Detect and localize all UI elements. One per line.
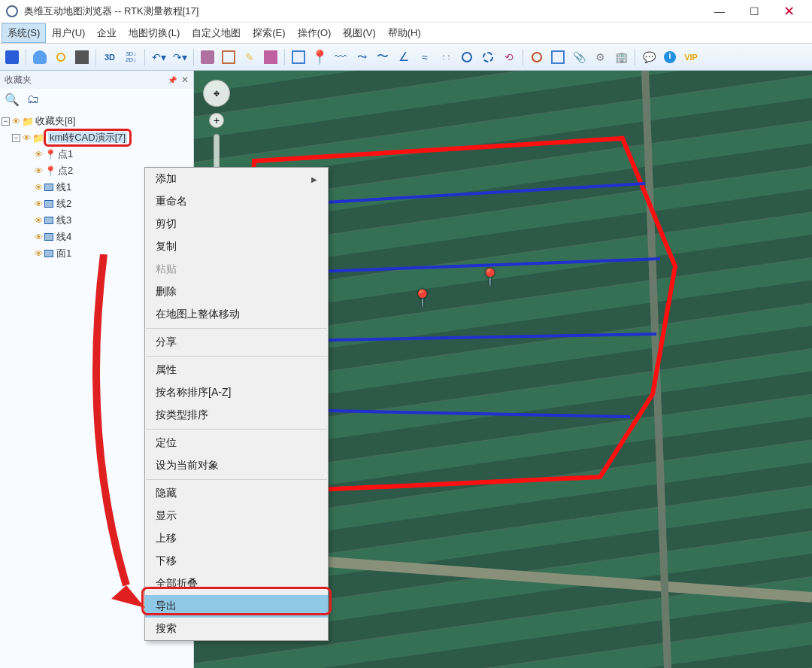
cm-paste: 粘贴 xyxy=(145,258,328,281)
save-icon[interactable] xyxy=(5,50,20,65)
cm-show[interactable]: 显示 xyxy=(145,505,328,527)
context-menu: 添加▶ 重命名 剪切 复制 粘贴 删除 在地图上整体移动 分享 属性 按名称排序… xyxy=(144,167,329,641)
path-icon[interactable]: ⤳ xyxy=(354,50,369,65)
tree-root[interactable]: −👁📁 收藏夹[8] xyxy=(2,113,192,129)
compass-icon[interactable]: ✥ xyxy=(203,80,230,107)
app-icon xyxy=(6,5,18,17)
cm-search[interactable]: 搜索 xyxy=(145,618,328,640)
cm-cut[interactable]: 剪切 xyxy=(145,213,328,235)
cm-add[interactable]: 添加▶ xyxy=(145,168,328,190)
menu-enterprise[interactable]: 企业 xyxy=(91,23,123,43)
sidebar-search-icon[interactable]: 🔍 xyxy=(5,92,20,107)
3d-button[interactable]: 3D xyxy=(102,50,117,65)
menu-operate[interactable]: 操作(O) xyxy=(292,23,338,43)
sidebar-cascade-icon[interactable]: 🗂 xyxy=(26,92,41,107)
qr-icon[interactable] xyxy=(74,50,89,65)
sidebar-pin-icon[interactable]: 📌 xyxy=(168,76,177,84)
picture-icon[interactable] xyxy=(291,50,306,65)
cm-properties[interactable]: 属性 xyxy=(145,359,328,381)
cm-copy[interactable]: 复制 xyxy=(145,235,328,258)
polyline-icon[interactable]: 〰 xyxy=(333,50,348,65)
sidebar-title: 收藏夹 xyxy=(5,74,32,87)
image-icon[interactable] xyxy=(550,50,565,65)
delete-icon[interactable] xyxy=(200,50,215,65)
sidebar-header: 收藏夹 📌 ✕ xyxy=(0,71,193,89)
cm-move-down[interactable]: 下移 xyxy=(145,550,328,572)
menu-bar: 系统(S) 用户(U) 企业 地图切换(L) 自定义地图 探索(E) 操作(O)… xyxy=(0,23,812,44)
cm-move-up[interactable]: 上移 xyxy=(145,527,328,550)
cm-sort-type[interactable]: 按类型排序 xyxy=(145,404,328,427)
pin-icon[interactable]: 📍 xyxy=(312,50,327,65)
angle-icon[interactable]: ∠ xyxy=(396,50,411,65)
curve-icon[interactable]: 〜 xyxy=(375,50,390,65)
tree-folder-kml[interactable]: −👁📁 kml转CAD演示[7] xyxy=(2,129,192,146)
ruler-icon[interactable] xyxy=(263,50,278,65)
cm-sort-name[interactable]: 按名称排序[A-Z] xyxy=(145,381,328,404)
cm-hide[interactable]: 隐藏 xyxy=(145,482,328,505)
search-icon[interactable] xyxy=(53,50,68,65)
window-title: 奥维互动地图浏览器 -- RTK测量教程[17] xyxy=(24,5,702,18)
sidebar-tools: 🔍 🗂 xyxy=(0,89,193,110)
undo-icon[interactable]: ↶▾ xyxy=(151,50,166,65)
cm-export[interactable]: 导出 xyxy=(145,595,328,618)
menu-user[interactable]: 用户(U) xyxy=(46,23,91,43)
toolbar: 3D 3D↓ 2D↓ ↶▾ ↷▾ ✎ 📍 〰 ⤳ 〜 ∠ ≈ ⋮⋮ ⟲ 📎 ⚙ … xyxy=(0,44,812,71)
menu-custommap[interactable]: 自定义地图 xyxy=(186,23,247,43)
loop-icon[interactable]: ⟲ xyxy=(501,50,517,65)
close-button[interactable]: ✕ xyxy=(771,0,806,23)
cm-collapse-all[interactable]: 全部折叠 xyxy=(145,572,328,595)
vip-button[interactable]: VIP xyxy=(683,50,698,65)
dashed-circle-icon[interactable] xyxy=(480,50,495,65)
building-icon[interactable]: 🏢 xyxy=(614,50,629,65)
cm-share[interactable]: 分享 xyxy=(145,331,328,354)
menu-explore[interactable]: 探索(E) xyxy=(247,23,291,43)
cm-locate[interactable]: 定位 xyxy=(145,432,328,454)
cm-rename[interactable]: 重命名 xyxy=(145,190,328,213)
maximize-button[interactable]: ☐ xyxy=(737,0,771,23)
info-icon[interactable]: i xyxy=(662,50,677,65)
menu-view[interactable]: 视图(V) xyxy=(337,23,381,43)
zoom-in-button[interactable]: + xyxy=(209,113,224,128)
3d2d-button[interactable]: 3D↓ 2D↓ xyxy=(123,50,138,65)
dots-icon[interactable]: ⋮⋮ xyxy=(438,50,453,65)
map-marker-1[interactable]: 📍 xyxy=(412,289,432,308)
redo-icon[interactable]: ↷▾ xyxy=(172,50,187,65)
title-bar: 奥维互动地图浏览器 -- RTK测量教程[17] — ☐ ✕ xyxy=(0,0,812,23)
attach-icon[interactable]: 📎 xyxy=(571,50,586,65)
pencil-icon[interactable]: ✎ xyxy=(242,50,257,65)
cm-move-on-map[interactable]: 在地图上整体移动 xyxy=(145,303,328,326)
circle-icon[interactable] xyxy=(459,50,474,65)
wave-icon[interactable]: ≈ xyxy=(417,50,432,65)
chat-icon[interactable]: 💬 xyxy=(641,50,656,65)
tree-item-point1[interactable]: 👁📍点1 xyxy=(2,146,192,162)
menu-mapswitch[interactable]: 地图切换(L) xyxy=(123,23,186,43)
user-icon[interactable] xyxy=(32,50,47,65)
menu-help[interactable]: 帮助(H) xyxy=(382,23,427,43)
gear-icon[interactable]: ⚙ xyxy=(592,50,607,65)
cm-delete[interactable]: 删除 xyxy=(145,281,328,303)
cm-set-current[interactable]: 设为当前对象 xyxy=(145,454,328,477)
menu-system[interactable]: 系统(S) xyxy=(2,23,46,43)
clock-icon[interactable] xyxy=(529,50,544,65)
sidebar-close-icon[interactable]: ✕ xyxy=(181,74,189,85)
map-marker-2[interactable]: 📍 xyxy=(480,268,500,287)
minimize-button[interactable]: — xyxy=(702,0,737,23)
rect-icon[interactable] xyxy=(221,50,236,65)
